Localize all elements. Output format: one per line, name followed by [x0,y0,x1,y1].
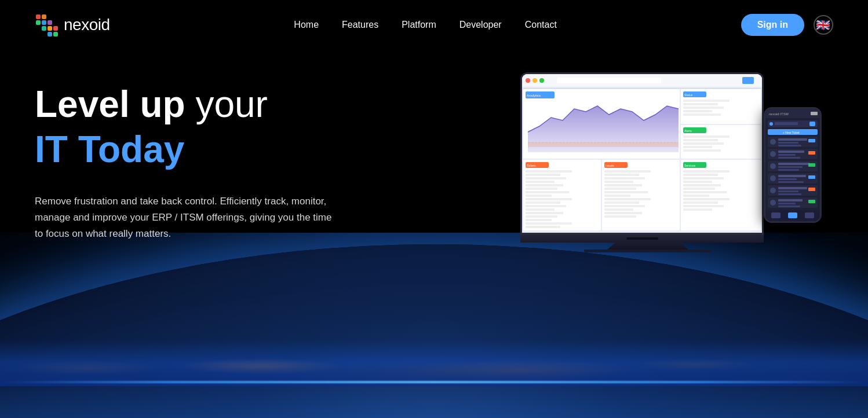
svg-rect-1 [42,14,46,19]
svg-rect-53 [526,205,566,207]
hero-section: Level up your IT Today Remove frustratio… [0,49,868,316]
svg-rect-64 [604,174,639,176]
svg-point-127 [770,188,776,193]
svg-rect-51 [526,198,572,200]
svg-rect-70 [604,195,630,197]
svg-point-13 [533,78,537,83]
svg-rect-54 [526,208,555,211]
svg-rect-15 [557,78,661,83]
svg-rect-74 [604,208,633,211]
svg-rect-31 [683,113,721,116]
svg-rect-71 [604,198,651,200]
hero-description: Remove frustration and take back control… [35,193,336,242]
svg-rect-6 [48,26,52,31]
svg-rect-16 [742,77,754,84]
svg-rect-107 [808,139,815,142]
nav-home[interactable]: Home [294,20,319,30]
svg-rect-28 [683,103,718,105]
svg-rect-57 [526,219,552,221]
hero-headline: Level up your [35,84,336,124]
svg-rect-5 [42,26,46,31]
hero-headline-normal: your [185,83,268,125]
svg-rect-73 [604,205,645,207]
svg-rect-99 [809,122,815,126]
svg-rect-119 [808,163,815,167]
svg-rect-128 [778,187,807,189]
svg-rect-122 [778,175,806,177]
nav-right: Sign in 🇬🇧 [741,14,833,36]
svg-rect-86 [683,191,727,193]
language-selector[interactable]: 🇬🇧 [814,15,833,35]
svg-rect-2 [36,20,41,25]
svg-rect-90 [683,205,724,207]
svg-rect-117 [778,166,803,168]
svg-rect-59 [526,226,560,228]
phone-mockup: nexoid ITSM + New Ticket [764,107,822,223]
svg-rect-129 [778,190,798,192]
svg-rect-47 [526,184,563,186]
svg-rect-88 [683,198,730,200]
svg-point-115 [770,163,776,169]
signin-button[interactable]: Sign in [741,14,804,36]
svg-text:Tickets: Tickets [527,164,536,167]
svg-rect-106 [778,145,801,146]
svg-rect-140 [788,212,797,218]
svg-rect-7 [53,26,58,31]
svg-rect-95 [811,112,818,115]
svg-rect-84 [683,184,721,186]
svg-rect-89 [683,201,718,204]
svg-rect-44 [526,174,560,176]
nav-developer[interactable]: Developer [459,20,502,30]
hero-headline-blue: IT Today [35,129,336,170]
svg-rect-83 [683,181,712,183]
svg-rect-125 [808,175,815,179]
svg-rect-110 [778,151,804,153]
svg-rect-124 [778,181,804,183]
phone-screen: nexoid ITSM + New Ticket [765,109,820,221]
svg-rect-82 [683,177,724,179]
svg-rect-22 [528,142,679,147]
svg-text:Alerts: Alerts [684,129,692,133]
nav-contact[interactable]: Contact [525,20,557,30]
hero-headline-bold: Level up [35,83,185,125]
nav-features[interactable]: Features [342,20,378,30]
svg-rect-46 [526,181,555,183]
svg-rect-45 [526,177,566,179]
svg-rect-48 [526,188,557,190]
svg-point-133 [770,200,776,206]
svg-rect-30 [683,110,712,112]
svg-point-109 [770,151,776,157]
svg-rect-80 [683,170,730,173]
svg-rect-113 [808,151,815,155]
svg-rect-35 [683,135,730,138]
svg-rect-27 [683,100,730,102]
svg-point-103 [770,139,776,145]
svg-text:+ New Ticket: + New Ticket [783,131,800,134]
svg-rect-139 [771,212,781,218]
svg-rect-67 [604,184,642,186]
svg-rect-55 [526,212,563,214]
svg-rect-3 [42,20,46,25]
svg-rect-65 [604,177,645,179]
svg-text:Issues: Issues [606,164,614,167]
hero-text: Level up your IT Today Remove frustratio… [35,72,336,242]
svg-text:Status: Status [684,93,693,97]
svg-rect-136 [778,206,800,207]
svg-rect-141 [805,212,814,218]
svg-text:nexoid ITSM: nexoid ITSM [769,112,789,116]
svg-rect-81 [683,174,718,176]
svg-rect-36 [683,139,718,141]
svg-rect-49 [526,191,569,193]
svg-rect-43 [526,170,572,173]
svg-rect-105 [778,142,798,144]
nav-platform[interactable]: Platform [402,20,436,30]
logo-icon [35,13,58,36]
logo-link[interactable]: nexoid [35,13,110,36]
svg-rect-50 [526,195,552,197]
svg-rect-135 [778,203,796,204]
logo-text: nexoid [64,16,110,34]
svg-rect-123 [778,178,797,180]
svg-rect-68 [604,188,636,190]
laptop-screen: Analytics [520,72,764,234]
svg-rect-131 [808,188,815,191]
